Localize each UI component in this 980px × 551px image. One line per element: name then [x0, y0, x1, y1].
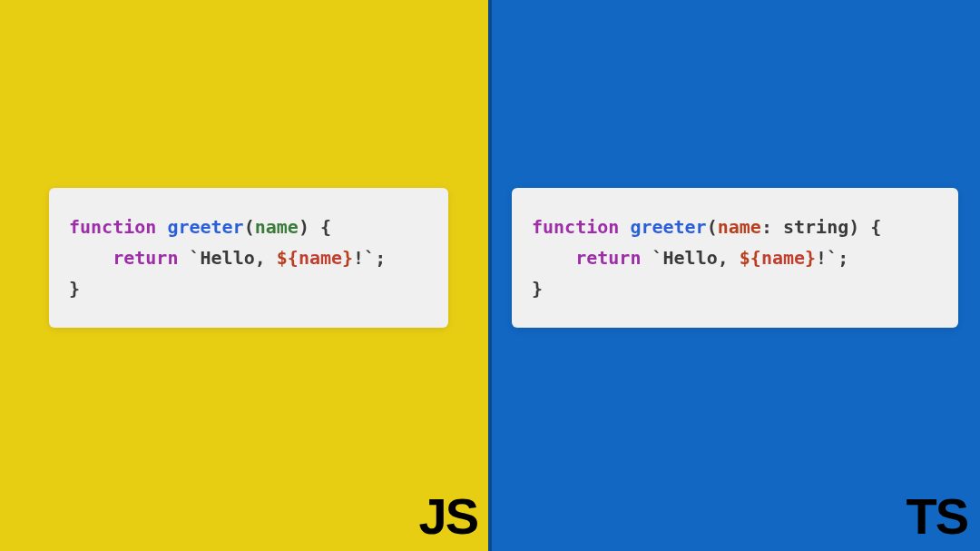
ts-code-box: function greeter(name: string) { return … — [512, 188, 958, 328]
paren-open: ( — [244, 216, 255, 238]
panel-divider — [488, 0, 492, 551]
brace-close: } — [532, 278, 543, 300]
interp-dollar: $ — [740, 247, 750, 269]
paren-close: ) — [299, 216, 309, 238]
interp-open: { — [750, 247, 761, 269]
interp-open: { — [288, 247, 299, 269]
interp-var: name — [761, 247, 805, 269]
keyword-function: function — [532, 216, 619, 238]
ts-panel: function greeter(name: string) { return … — [490, 0, 980, 551]
paren-close: ) — [848, 216, 859, 238]
interp-dollar: $ — [277, 247, 288, 269]
semicolon: ; — [375, 247, 386, 269]
function-name: greeter — [167, 216, 243, 238]
brace-open: { — [320, 216, 331, 238]
interp-close: } — [805, 247, 816, 269]
interp-var: name — [299, 247, 342, 269]
brace-open: { — [870, 216, 881, 238]
semicolon: ; — [838, 247, 848, 269]
paren-open: ( — [707, 216, 718, 238]
string-open: `Hello, — [189, 247, 276, 269]
param-name: name — [718, 216, 761, 238]
keyword-function: function — [69, 216, 156, 238]
keyword-return: return — [575, 247, 641, 269]
js-code-box: function greeter(name) { return `Hello, … — [49, 188, 448, 328]
ts-badge: TS — [906, 487, 967, 546]
string-open: `Hello, — [652, 247, 739, 269]
brace-close: } — [69, 278, 80, 300]
interp-close: } — [342, 247, 353, 269]
js-badge: JS — [419, 487, 478, 546]
string-close: !` — [353, 247, 375, 269]
type-annotation: string — [783, 216, 848, 238]
param-name: name — [255, 216, 299, 238]
colon: : — [761, 216, 772, 238]
keyword-return: return — [113, 247, 178, 269]
js-panel: function greeter(name) { return `Hello, … — [0, 0, 490, 551]
string-close: !` — [816, 247, 838, 269]
function-name: greeter — [630, 216, 706, 238]
